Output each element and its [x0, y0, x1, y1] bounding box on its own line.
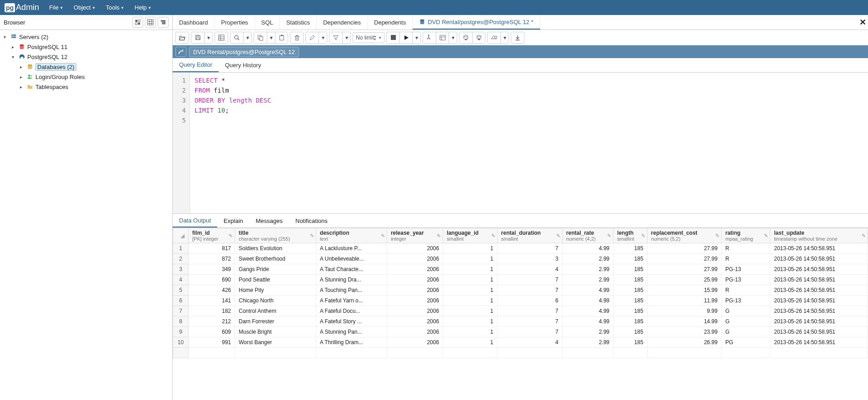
limit-select[interactable]: No limit▴▾ — [353, 32, 384, 43]
row-number[interactable]: 8 — [173, 316, 189, 327]
table-row[interactable]: 9609Muscle BrightA Stunning Pan...200617… — [173, 327, 868, 337]
edit-dropdown[interactable]: ▾ — [319, 32, 327, 43]
open-file-button[interactable] — [176, 32, 189, 43]
cell[interactable]: 2.99 — [562, 264, 613, 275]
clear-dropdown[interactable]: ▾ — [500, 32, 509, 43]
cell[interactable]: 9.99 — [647, 306, 721, 316]
cell[interactable]: 25.99 — [647, 275, 721, 285]
cell[interactable]: Muscle Bright — [235, 327, 316, 337]
column-header[interactable]: lengthsmallint✎ — [614, 228, 648, 243]
cell[interactable]: 27.99 — [647, 264, 721, 275]
find-dropdown[interactable]: ▾ — [243, 32, 251, 43]
cell[interactable]: Darn Forrester — [235, 316, 316, 327]
cell[interactable]: 2.99 — [562, 337, 613, 348]
tab-dashboard[interactable]: Dashboard — [173, 15, 215, 30]
cell[interactable]: 14.99 — [647, 316, 721, 327]
rollback-button[interactable] — [472, 32, 485, 43]
subtab-query-editor[interactable]: Query Editor — [173, 58, 219, 72]
cell[interactable]: Control Anthem — [235, 306, 316, 316]
cell[interactable]: 872 — [189, 254, 235, 264]
cell[interactable]: 7 — [497, 275, 562, 285]
cell[interactable]: 2.99 — [562, 327, 613, 337]
menu-tools[interactable]: Tools▾ — [100, 0, 129, 15]
cell[interactable]: 1 — [443, 306, 497, 316]
copy-button[interactable] — [254, 32, 267, 43]
tree-servers[interactable]: ▾ Servers (2) — [0, 32, 172, 42]
cell[interactable]: 185 — [614, 337, 648, 348]
cell[interactable]: Gangs Pride — [235, 264, 316, 275]
cell[interactable]: A Fateful Docu... — [316, 306, 387, 316]
cell[interactable]: 2.99 — [562, 275, 613, 285]
filter-button[interactable] — [329, 32, 342, 43]
column-header[interactable]: language_idsmallint✎ — [443, 228, 497, 243]
execute-dropdown[interactable]: ▾ — [412, 32, 420, 43]
cell[interactable]: 23.99 — [647, 327, 721, 337]
explain-dropdown[interactable]: ▾ — [449, 32, 457, 43]
object-tree[interactable]: ▾ Servers (2) ▸ PostgreSQL 11 ▾ PostgreS… — [0, 30, 172, 400]
cell[interactable]: 2006 — [387, 337, 443, 348]
cell[interactable]: 182 — [189, 306, 235, 316]
cell[interactable]: A Fateful Story ... — [316, 316, 387, 327]
tree-databases[interactable]: ▸ Databases (2) — [0, 62, 172, 72]
column-header[interactable]: rental_durationsmallint✎ — [497, 228, 562, 243]
cell[interactable]: 185 — [614, 296, 648, 306]
cell[interactable]: 15.99 — [647, 285, 721, 296]
browser-tool-3[interactable] — [158, 17, 169, 28]
row-number[interactable]: 1 — [173, 243, 189, 254]
output-tab-explain[interactable]: Explain — [217, 214, 249, 227]
cell[interactable]: 426 — [189, 285, 235, 296]
tree-pg12[interactable]: ▾ PostgreSQL 12 — [0, 52, 172, 62]
cell[interactable]: 2013-05-26 14:50:58.951 — [770, 243, 868, 254]
cell[interactable]: A Stunning Dra... — [316, 275, 387, 285]
cell[interactable]: G — [721, 327, 770, 337]
tab-dependents[interactable]: Dependents — [368, 15, 413, 30]
cell[interactable]: 185 — [614, 306, 648, 316]
output-tab-data[interactable]: Data Output — [173, 214, 217, 227]
cell[interactable]: 6 — [497, 296, 562, 306]
cell[interactable]: R — [721, 285, 770, 296]
column-header[interactable]: last_updatetimestamp without time zone✎ — [770, 228, 868, 243]
copy-dropdown[interactable]: ▾ — [267, 32, 275, 43]
column-header[interactable]: descriptiontext✎ — [316, 228, 387, 243]
sql-editor[interactable]: 12345 SELECT * FROM film ORDER BY length… — [173, 73, 868, 213]
cell[interactable]: 7 — [497, 285, 562, 296]
cell[interactable]: 26.99 — [647, 337, 721, 348]
column-header[interactable]: rental_ratenumeric (4,2)✎ — [562, 228, 613, 243]
cell[interactable]: 212 — [189, 316, 235, 327]
cell[interactable]: PG-13 — [721, 296, 770, 306]
row-number[interactable]: 6 — [173, 296, 189, 306]
tree-pg11[interactable]: ▸ PostgreSQL 11 — [0, 42, 172, 52]
cell[interactable]: 11.99 — [647, 296, 721, 306]
cell[interactable]: 1 — [443, 264, 497, 275]
table-row[interactable]: 1817Soldiers EvolutionA Lacklusture P...… — [173, 243, 868, 254]
cell[interactable]: A Unbelieveable... — [316, 254, 387, 264]
cell[interactable]: A Stunning Pan... — [316, 327, 387, 337]
cell[interactable]: 2013-05-26 14:50:58.951 — [770, 316, 868, 327]
cell[interactable]: 4.99 — [562, 306, 613, 316]
cell[interactable]: Soldiers Evolution — [235, 243, 316, 254]
filter-dropdown[interactable]: ▾ — [342, 32, 350, 43]
explain-analyze-button[interactable] — [436, 32, 449, 43]
cell[interactable]: PG-13 — [721, 264, 770, 275]
column-header[interactable]: replacement_costnumeric (5,2)✎ — [647, 228, 721, 243]
cell[interactable]: 141 — [189, 296, 235, 306]
cell[interactable]: 1 — [443, 254, 497, 264]
cell[interactable]: 2006 — [387, 316, 443, 327]
output-tab-notifications[interactable]: Notifications — [289, 214, 334, 227]
tab-statistics[interactable]: Statistics — [280, 15, 317, 30]
column-header[interactable]: ratingmpaa_rating✎ — [721, 228, 770, 243]
cell[interactable]: 2013-05-26 14:50:58.951 — [770, 296, 868, 306]
cell[interactable]: 2006 — [387, 254, 443, 264]
save-dropdown[interactable]: ▾ — [204, 32, 212, 43]
cell[interactable]: 185 — [614, 327, 648, 337]
stop-button[interactable] — [387, 32, 399, 43]
subtab-query-history[interactable]: Query History — [219, 58, 267, 72]
cell[interactable]: 7 — [497, 306, 562, 316]
cell[interactable]: 2013-05-26 14:50:58.951 — [770, 254, 868, 264]
cell[interactable]: 27.99 — [647, 254, 721, 264]
cell[interactable]: 2006 — [387, 327, 443, 337]
execute-button[interactable] — [399, 32, 412, 43]
cell[interactable]: 7 — [497, 327, 562, 337]
row-number[interactable]: 10 — [173, 337, 189, 348]
cell[interactable]: 2006 — [387, 243, 443, 254]
